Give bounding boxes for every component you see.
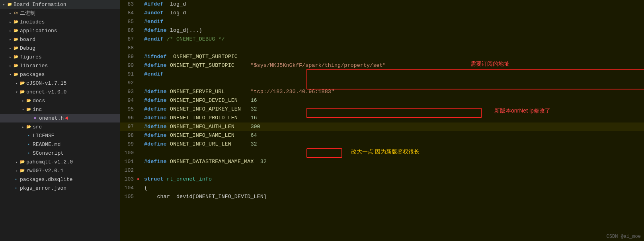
code-line-101: 101 #define ONENET_DATASTREAM_NAME_MAX 3… (120, 157, 644, 166)
sidebar-item-onenet-h[interactable]: ■ onenet.h ◄ (0, 114, 120, 122)
line-number: 102 (120, 166, 137, 175)
folder-icon: 📂 (25, 97, 32, 104)
code-line-92: 92 (120, 79, 644, 87)
line-number: 100 (120, 149, 137, 157)
sidebar-item-docs[interactable]: ▸ 📂 docs (0, 96, 120, 105)
folder-icon: 📁 (6, 1, 13, 8)
sidebar-item-rw007[interactable]: ▸ 📂 rw007-v2.0.1 (0, 166, 120, 175)
line-number: 103 (120, 175, 137, 184)
sidebar-item-inc[interactable]: ▾ 📂 inc (0, 105, 120, 114)
arrow-icon: ▸ (8, 28, 13, 33)
code-line-104: 104 { (120, 184, 644, 192)
sidebar-item-label: Includes (20, 19, 45, 25)
sidebar-item-label: rw007-v2.0.1 (26, 168, 64, 174)
folder-icon: 📂 (19, 167, 25, 174)
sidebar-item-label: inc (33, 107, 42, 113)
line-number: 93 (120, 87, 137, 96)
line-number: 86 (120, 26, 137, 35)
arrow-icon: ▸ (2, 2, 6, 7)
file-icon: ▪ (13, 176, 19, 183)
folder-icon: 📂 (25, 124, 32, 130)
sidebar-item-label: packages.dbsqlite (20, 177, 73, 183)
sidebar-item-debug[interactable]: ▸ 📂 Debug (0, 44, 120, 52)
code-editor: 83 #ifdef log_d 84 #undef log_d 85 #endi… (120, 0, 644, 241)
code-text: #define ONENET_INFO_PROID_LEN 16 (141, 114, 644, 122)
file-tree-sidebar[interactable]: ▸ 📁 Board Information ▸ 🗂 二进制 ▸ 📂 Includ… (0, 0, 120, 241)
sidebar-item-readme[interactable]: ▪ README.md (0, 140, 120, 149)
sidebar-item-label: 二进制 (20, 10, 35, 17)
arrow-icon (21, 151, 25, 155)
sidebar-item-figures[interactable]: ▸ 📂 figures (0, 52, 120, 61)
sidebar-item-board[interactable]: ▸ 📂 board (0, 35, 120, 44)
line-number: 87 (120, 35, 137, 44)
arrow-icon: ▸ (14, 81, 19, 86)
line-number: 101 (120, 157, 137, 166)
sidebar-item-label: onenet.h (39, 115, 64, 121)
code-line-99: 99 #define ONENET_INFO_URL_LEN 32 (120, 140, 644, 149)
sidebar-item-libraries[interactable]: ▸ 📂 libraries (0, 61, 120, 70)
code-text: #define ONENET_DATASTREAM_NAME_MAX 32 (141, 157, 644, 166)
code-line-87: 87 #endif /* ONENET_DEBUG */ (120, 35, 644, 44)
sidebar-item-label: libraries (20, 63, 48, 69)
file-icon: ▪ (25, 141, 32, 148)
code-line-89: 89 #ifndef ONENET_MQTT_SUBTOPIC (120, 52, 644, 61)
sidebar-item-license[interactable]: ▪ LICENSE (0, 131, 120, 140)
arrow-icon (27, 116, 32, 120)
arrow-icon: ▸ (8, 46, 13, 51)
sidebar-item-onenet[interactable]: ▾ 📂 onenet-v1.0.0 (0, 87, 120, 96)
line-number: 85 (120, 17, 137, 26)
sidebar-item-src[interactable]: ▸ 📂 src (0, 122, 120, 131)
code-text: #define log_d(...) (141, 26, 644, 35)
line-number: 83 (120, 0, 137, 9)
arrow-icon: ▸ (14, 159, 19, 164)
sidebar-item-board-information[interactable]: ▸ 📁 Board Information (0, 0, 120, 9)
sidebar-item-binary[interactable]: ▸ 🗂 二进制 (0, 9, 120, 17)
code-text: { (141, 184, 644, 192)
sidebar-item-pkgs-error[interactable]: ▪ pkgs_error.json (0, 184, 120, 192)
folder-icon: 📂 (13, 27, 19, 34)
code-line-94: 94 #define ONENET_INFO_DEVID_LEN 16 (120, 96, 644, 105)
sidebar-item-label: Debug (20, 45, 35, 51)
sidebar-item-applications[interactable]: ▸ 📂 applications (0, 26, 120, 35)
arrow-icon (8, 186, 13, 190)
folder-icon: 📂 (13, 45, 19, 51)
sidebar-item-includes[interactable]: ▸ 📂 Includes (0, 17, 120, 26)
arrow-icon: ▸ (8, 54, 13, 59)
code-text: #endif (141, 17, 644, 26)
arrow-icon: ▸ (14, 168, 19, 173)
line-number: 99 (120, 140, 137, 149)
folder-icon: 📂 (19, 159, 25, 165)
line-number: 104 (120, 184, 137, 192)
code-text: #undef log_d (141, 9, 644, 17)
sidebar-item-label: packages (20, 72, 45, 78)
line-number: 97 (120, 122, 137, 131)
code-text: #endif /* ONENET_DEBUG */ (141, 35, 644, 44)
code-text: struct rt_onenet_info (141, 175, 644, 184)
sidebar-item-pahomqtt[interactable]: ▸ 📂 pahomqtt-v1.2.0 (0, 157, 120, 166)
code-line-105: 105 char devid[ONENET_INFO_DEVID_LEN] (120, 192, 644, 201)
code-text: #define ONENET_INFO_AUTH_LEN 300 (141, 122, 644, 131)
line-number: 94 (120, 96, 137, 105)
line-number: 89 (120, 52, 137, 61)
folder-open-icon: 📂 (25, 106, 32, 113)
sidebar-item-label: onenet-v1.0.0 (26, 89, 66, 95)
sidebar-item-cjson[interactable]: ▸ 📂 cJSON-v1.7.15 (0, 79, 120, 87)
sidebar-item-packages-db[interactable]: ▪ packages.dbsqlite (0, 175, 120, 184)
code-line-95: 95 #define ONENET_INFO_APIKEY_LEN 32 (120, 105, 644, 114)
sidebar-item-label: LICENSE (33, 133, 55, 139)
arrow-icon: ▸ (21, 124, 25, 129)
code-line-86: 86 #define log_d(...) (120, 26, 644, 35)
sidebar-item-packages[interactable]: ▾ 📂 packages (0, 70, 120, 79)
sidebar-item-label: Board Information (14, 2, 66, 8)
code-text: #ifdef log_d (141, 0, 644, 9)
folder-icon: 📂 (13, 36, 19, 43)
code-line-98: 98 #define ONENET_INFO_NAME_LEN 64 (120, 131, 644, 140)
arrow-icon (8, 177, 13, 182)
folder-icon: 🗂 (13, 10, 19, 16)
sidebar-item-sconscript[interactable]: ▪ SConscript (0, 149, 120, 157)
line-number: 98 (120, 131, 137, 140)
code-line-102: 102 (120, 166, 644, 175)
arrow-icon: ▾ (14, 89, 19, 94)
arrow-icon (21, 142, 25, 147)
sidebar-item-label: README.md (33, 142, 60, 148)
